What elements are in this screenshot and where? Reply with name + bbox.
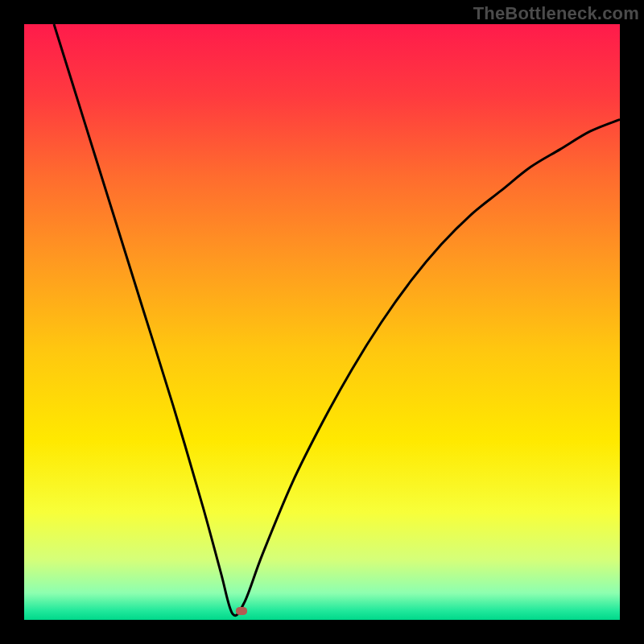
optimum-marker — [236, 607, 247, 615]
outer-frame: TheBottleneck.com — [0, 0, 644, 644]
watermark-label: TheBottleneck.com — [473, 3, 639, 24]
bottleneck-chart — [24, 24, 620, 620]
gradient-background — [24, 24, 620, 620]
plot-area — [24, 24, 620, 620]
